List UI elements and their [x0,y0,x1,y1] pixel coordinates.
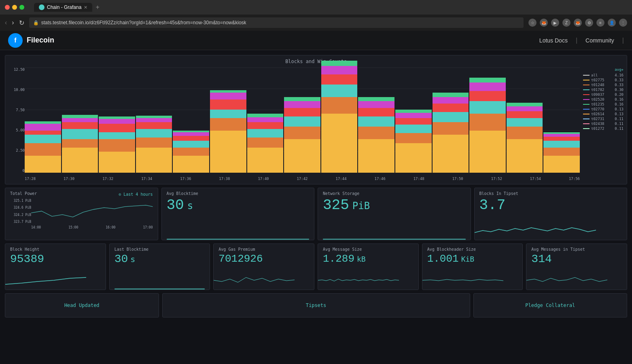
bar-segment [507,106,543,111]
bars-area [25,68,580,173]
network-storage-value: 325 [323,197,349,214]
bar-segment [284,101,320,108]
bar-segment [284,116,320,127]
bar-segment [433,104,469,112]
bar-segment [395,110,432,113]
nav-community[interactable]: Community [585,37,614,44]
y-label-3: 5.00 [8,128,25,132]
head-updated-panel: Head Updated [5,293,159,317]
bar-segment [395,118,432,125]
bar-segment [173,148,209,156]
network-storage-unit: PiB [352,200,370,212]
bar-segment [25,156,61,173]
bar-segment [469,101,506,114]
bar-segment [62,129,98,139]
bar-segment [136,118,172,122]
bar-segment [395,143,432,173]
total-power-chart: 325.1 PiB 324.6 PiB 324.2 PiB 323.7 PiB … [10,199,153,229]
header-nav: Lotus Docs | Community | [539,37,624,44]
avg-gas-value: 7012926 [218,253,263,265]
legend-item: t02731 0.11 [583,117,624,121]
url-bar[interactable]: 🔒 stats.testnet.filecoin.io/d/z6FtI92Zz/… [29,17,524,28]
mini-y-axis: 325.1 PiB 324.6 PiB 324.2 PiB 323.7 PiB [10,199,31,224]
extension-icon-2[interactable]: ▶ [551,19,559,27]
extension-icon-6[interactable]: ≡ [596,19,604,27]
avg-blocktime-card: Avg Blocktime 30 s [161,188,315,240]
address-bar: ‹ › ↻ 🔒 stats.testnet.filecoin.io/d/z6Ft… [0,15,632,31]
bar-segment [321,66,358,74]
total-power-title: Total Power [10,191,37,196]
back-button[interactable]: ‹ [5,19,7,26]
star-icon[interactable]: ☆ [528,19,537,27]
blocks-in-tipset-card: Blocks In Tipset 3.7 [474,188,628,240]
total-power-svg [31,199,153,220]
bar-segment [99,124,135,132]
close-button[interactable] [5,5,10,10]
head-updated-label: Head Updated [64,303,100,308]
last-blocktime-card: Last Blocktime 30 s [109,243,210,290]
extension-icon-3[interactable]: Z [562,19,570,27]
bar-segment [99,119,135,124]
block-height-value: 95389 [10,253,44,265]
maximize-button[interactable] [19,5,24,10]
tab-close-icon[interactable]: ✕ [84,5,87,10]
bar-segment [507,111,543,118]
active-tab[interactable]: Chain - Grafana ✕ [34,3,92,12]
bar-segment [210,99,246,110]
bar-segment [99,152,135,173]
bar-segment [433,135,469,173]
bar-group [321,61,358,173]
x-axis: 17:28 17:30 17:32 17:34 17:36 17:38 17:4… [25,177,580,181]
nav-divider-1: | [576,37,577,44]
legend-item: t02520 0.16 [583,97,624,102]
blocks-tipset-sparkline [475,224,596,237]
dashboard-content: Blocks and Win Counts 12.50 10.00 7.50 5… [0,50,632,364]
legend-item: t02614 0.13 [583,112,624,116]
bar-segment [247,138,284,148]
legend-item: t09037 0.20 [583,93,624,97]
reload-button[interactable]: ↻ [19,19,24,27]
lock-icon: 🔒 [33,20,39,25]
tipsets-label: Tipsets [306,303,327,308]
blockheader-sparkline [422,274,503,286]
mini-y-3: 323.7 PiB [10,220,31,224]
avg-msgs-tipset-title: Avg Messages in Tipset [531,247,622,252]
bar-segment [25,143,61,156]
profile-icon[interactable]: 👤 [608,19,616,27]
bar-group [284,97,320,173]
bar-segment [247,148,284,173]
legend-item: t01782 0.30 [583,88,624,92]
forward-button[interactable]: › [12,19,14,26]
extension-icon-1[interactable]: 🦊 [540,19,548,27]
bar-segment [321,97,358,114]
bar-group [62,115,98,173]
avg-msg-sparkline [318,274,399,286]
legend-item: t02775 0.33 [583,78,624,82]
tab-favicon [39,4,45,10]
y-label-1: 10.00 [8,88,25,92]
avg-msg-size-unit: kB [357,255,366,263]
extension-icon-4[interactable]: 🦊 [574,19,582,27]
legend-header: avg+ [583,68,624,72]
traffic-lights [5,5,24,10]
bar-group [247,114,284,173]
bar-group [395,110,432,173]
nav-lotus-docs[interactable]: Lotus Docs [539,37,568,44]
minimize-button[interactable] [12,5,17,10]
new-tab-button[interactable]: + [95,4,99,11]
bar-segment [173,156,209,173]
stat-cards-row2: Block Height 95389 Last Blocktime 30 s A… [5,243,627,290]
avg-blockheader-title: Avg Blockheader Size [427,247,518,252]
last-blocktime-bar [115,288,205,290]
grafana-header: f Filecoin Lotus Docs | Community | [0,31,632,50]
blocks-tipset-title: Blocks In Tipset [479,191,622,196]
bar-segment [543,141,580,148]
avg-gas-premium-card: Avg Gas Premium 7012926 [213,243,314,290]
network-storage-title: Network Storage [323,191,466,196]
tab-bar: Chain - Grafana ✕ + [34,3,100,12]
menu-icon[interactable]: ⋮ [619,19,627,27]
bar-segment [136,122,172,129]
bar-group [210,90,246,173]
bar-segment [210,110,246,118]
extension-icon-5[interactable]: ⚙ [585,19,593,27]
